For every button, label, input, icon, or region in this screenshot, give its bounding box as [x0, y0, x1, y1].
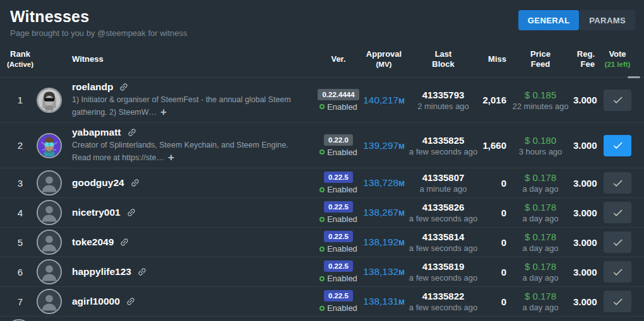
- price-feed-value: $ 0.178: [508, 260, 573, 272]
- witness-name[interactable]: roelandp: [72, 81, 113, 93]
- tab-general[interactable]: GENERAL: [518, 10, 579, 30]
- miss-count: 0: [480, 178, 508, 189]
- rank-cell: 7: [5, 296, 35, 307]
- col-header-miss: Miss: [480, 54, 508, 64]
- tab-params[interactable]: PARAMS: [580, 10, 635, 30]
- last-block-age: a few seconds ago: [407, 213, 480, 224]
- version-cell: 0.22.5 Enabled: [316, 172, 361, 194]
- vote-cell: [596, 202, 639, 223]
- enabled-ring-icon: [319, 187, 325, 192]
- witness-name[interactable]: yabapmatt: [72, 127, 121, 138]
- witness-cell: toke2049 +: [72, 236, 316, 248]
- rank-cell: 4: [5, 207, 35, 218]
- price-feed-value: $ 0.178: [508, 172, 573, 184]
- price-feed-cell: $ 0.178 a day ago: [508, 201, 573, 224]
- witness-name[interactable]: agirl10000: [72, 296, 120, 307]
- enabled-ring-icon: [319, 217, 325, 222]
- avatar-cell: [35, 170, 72, 196]
- price-feed-value: $ 0.180: [508, 134, 573, 146]
- vote-cell: [596, 291, 639, 312]
- price-feed-age: a day ago: [508, 272, 573, 283]
- miss-count: 0: [480, 207, 508, 218]
- enabled-ring-icon: [319, 247, 325, 252]
- last-block-number: 41335807: [407, 172, 480, 184]
- avatar-cell: [35, 200, 72, 225]
- witness-cell: happylife123 +: [72, 266, 316, 277]
- witness-name[interactable]: toke2049: [72, 236, 114, 248]
- check-icon: [612, 139, 624, 151]
- external-link-icon[interactable]: [127, 127, 137, 137]
- col-header-witness: Witness: [72, 54, 316, 64]
- miss-count: 0: [480, 237, 508, 248]
- last-block-number: 41335825: [407, 134, 480, 146]
- approval-value: 138,267M: [361, 207, 407, 218]
- registration-fee: 3.000: [573, 178, 596, 189]
- price-feed-cell: $ 0.178 a day ago: [508, 172, 573, 194]
- col-header-vote: Vote (21 left): [596, 49, 639, 69]
- price-feed-value: $ 0.178: [508, 290, 573, 302]
- registration-fee: 3.000: [573, 237, 596, 248]
- version-badge: 0.22.0: [324, 134, 353, 146]
- check-icon: [612, 296, 624, 308]
- version-badge: 0.22.5: [324, 290, 353, 301]
- check-icon: [612, 94, 624, 106]
- witness-name[interactable]: happylife123: [72, 266, 131, 277]
- price-feed-age: 22 minutes ago: [508, 101, 573, 112]
- registration-fee: 3.000: [573, 140, 596, 151]
- last-block-age: a minute ago: [407, 184, 480, 194]
- rank-cell: 3: [5, 178, 35, 189]
- vote-button[interactable]: [604, 202, 631, 223]
- last-block-number: 41335793: [407, 89, 480, 101]
- col-header-reg-fee: Reg. Fee: [573, 49, 596, 69]
- external-link-icon[interactable]: [137, 267, 147, 277]
- registration-fee: 3.000: [573, 95, 596, 105]
- external-link-icon[interactable]: [126, 207, 136, 218]
- table-header: Rank (Active) Witness Ver. Approval (MV)…: [0, 38, 644, 77]
- avatar[interactable]: [37, 230, 62, 255]
- table-row: 6 happylife123 + 0.22.5 Enabled 138,132M: [0, 257, 644, 286]
- external-link-icon[interactable]: [126, 296, 136, 306]
- last-block-number: 41335822: [407, 290, 480, 302]
- miss-count: 0: [480, 296, 508, 307]
- witness-name[interactable]: goodguy24: [72, 177, 124, 189]
- vote-button[interactable]: [604, 172, 631, 194]
- vote-button[interactable]: [604, 291, 631, 312]
- external-link-icon[interactable]: [119, 82, 129, 92]
- page-header: Witnesses Page brought to you by @steemp…: [0, 0, 644, 38]
- version-badge: 0.22.5: [324, 201, 353, 213]
- avatar[interactable]: [37, 289, 62, 314]
- enabled-status: Enabled: [319, 102, 357, 112]
- vote-button[interactable]: [604, 261, 631, 283]
- rank-cell: 2: [5, 140, 35, 151]
- col-header-approval: Approval (MV): [361, 49, 407, 69]
- external-link-icon[interactable]: [119, 237, 129, 247]
- vote-button[interactable]: [604, 135, 631, 156]
- price-feed-value: $ 0.178: [508, 201, 573, 213]
- horizontal-scrollbar-thumb[interactable]: [628, 76, 640, 78]
- version-cell: 0.22.5 Enabled: [316, 260, 361, 283]
- view-tab-group: GENERAL PARAMS: [518, 10, 635, 30]
- expand-plus-icon[interactable]: +: [160, 106, 167, 118]
- miss-count: 1,660: [480, 140, 508, 151]
- vote-button[interactable]: [604, 231, 631, 253]
- check-icon: [612, 207, 624, 219]
- approval-value: 139,297M: [361, 140, 407, 151]
- avatar[interactable]: [37, 88, 62, 113]
- avatar[interactable]: [37, 133, 62, 158]
- witness-name[interactable]: nicetry001: [72, 207, 121, 218]
- expand-plus-icon[interactable]: +: [168, 151, 174, 163]
- price-feed-value: $ 0.185: [508, 89, 573, 101]
- avatar-cell: [35, 133, 72, 158]
- avatar[interactable]: [37, 259, 62, 284]
- version-cell: 0.22.5 Enabled: [316, 290, 361, 313]
- approval-value: 138,192M: [361, 236, 407, 248]
- last-block-cell: 41335793 2 minutes ago: [407, 89, 480, 112]
- vote-button[interactable]: [604, 90, 631, 111]
- table-row: 2 yabapmatt Creator of Splinterlands, St…: [0, 122, 644, 168]
- avatar[interactable]: [37, 200, 62, 225]
- external-link-icon[interactable]: [130, 178, 140, 188]
- price-feed-age: a day ago: [508, 213, 573, 224]
- witness-cell: roelandp 1) Initiator & organiser of Ste…: [72, 81, 316, 119]
- avatar[interactable]: [37, 170, 62, 196]
- vote-cell: [596, 135, 639, 156]
